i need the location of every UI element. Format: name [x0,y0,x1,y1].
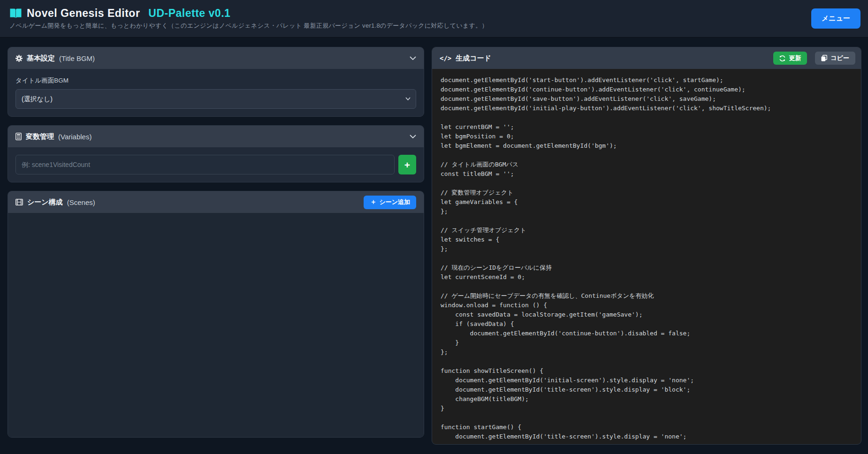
variables-subtitle: (Variables) [58,133,91,141]
copy-button-label: コピー [830,54,849,62]
generated-code-title: 生成コード [456,54,491,63]
chevron-down-icon[interactable] [410,135,416,138]
brand-block: Novel Genesis Editor UD-Palette v0.1 ノベル… [9,7,488,30]
title-bgm-select-wrap: (選択なし) [15,89,416,109]
app-title: Novel Genesis Editor [27,7,140,20]
app-version-label: UD-Palette v0.1 [148,7,230,20]
add-variable-button[interactable]: + [398,155,416,174]
main-content: 基本設定 (Title BGM) タイトル画面BGM (選択なし) [0,38,868,445]
copy-code-button[interactable]: コピー [815,52,855,65]
scenes-header: シーン構成 (Scenes) ＋ シーン追加 [8,191,424,213]
plus-icon: ＋ [370,198,376,206]
variables-header[interactable]: 変数管理 (Variables) [8,126,424,147]
scenes-panel: シーン構成 (Scenes) ＋ シーン追加 [8,191,424,438]
scene-list-empty-area [8,213,424,437]
title-bgm-label: タイトル画面BGM [15,76,416,85]
scenes-title: シーン構成 [27,198,63,207]
generated-code-scroll-area[interactable]: document.getElementById('start-button').… [432,69,861,444]
generated-code-header: </> 生成コード 更新 [432,47,861,69]
copy-icon [821,55,827,61]
code-icon: </> [440,54,451,62]
variables-panel: 変数管理 (Variables) + [8,125,424,182]
calculator-icon [15,133,22,140]
menu-button[interactable]: メニュー [811,8,860,29]
update-code-button[interactable]: 更新 [773,52,807,65]
editor-left-column: 基本設定 (Title BGM) タイトル画面BGM (選択なし) [8,47,424,438]
basic-settings-header[interactable]: 基本設定 (Title BGM) [8,47,424,69]
generated-code-panel: </> 生成コード 更新 [432,47,861,445]
title-bgm-select[interactable]: (選択なし) [15,89,416,109]
basic-settings-title: 基本設定 [27,54,55,63]
scenes-subtitle: (Scenes) [67,198,95,206]
chevron-down-icon[interactable] [410,56,416,60]
refresh-icon [779,55,785,61]
basic-settings-body: タイトル画面BGM (選択なし) [8,69,424,116]
add-scene-button[interactable]: ＋ シーン追加 [364,196,416,209]
basic-settings-subtitle: (Title BGM) [59,54,95,62]
app-header: Novel Genesis Editor UD-Palette v0.1 ノベル… [0,0,868,38]
film-icon [15,199,23,205]
variables-title: 変数管理 [26,132,54,141]
open-book-logo-icon [9,8,22,19]
variables-body: + [8,147,424,182]
update-button-label: 更新 [789,54,801,62]
generated-code-output: document.getElementById('start-button').… [432,69,861,444]
basic-settings-panel: 基本設定 (Title BGM) タイトル画面BGM (選択なし) [8,47,424,117]
variable-name-input[interactable] [15,155,395,174]
add-scene-label: シーン追加 [379,198,410,206]
app-subtitle: ノベルゲーム開発をもっと簡単に、もっとわかりやすく（このエンジンはノベルジェネシ… [9,22,488,30]
gear-icon [15,55,23,62]
